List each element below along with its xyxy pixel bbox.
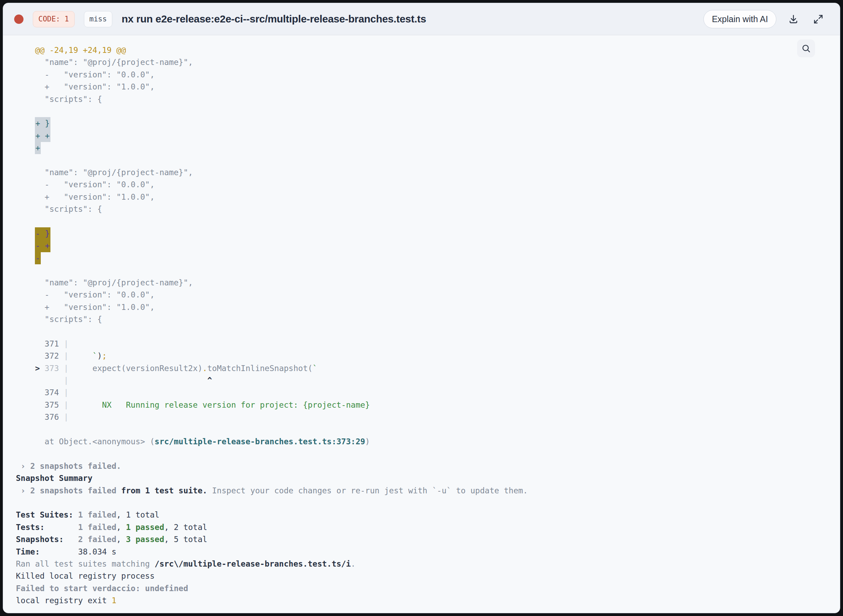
log-segment: ) [365, 437, 370, 446]
log-segment: ^ [68, 376, 212, 385]
log-segment: , [116, 535, 126, 544]
log-segment: - + [35, 239, 50, 252]
log-segment: 372 [16, 351, 64, 360]
log-segment: | [64, 351, 68, 360]
log-segment: 375 [16, 400, 64, 409]
log-segment: > [16, 364, 45, 373]
log-segment: 38.034 s [78, 547, 116, 556]
log-segment: at Object.<anonymous> ( [16, 437, 155, 446]
terminal-log[interactable]: @@ -24,19 +24,19 @@ "name": "@proj/{proj… [3, 35, 840, 613]
log-segment: | [16, 376, 68, 385]
log-segment: ; [102, 351, 107, 360]
cache-miss-badge: miss [84, 11, 113, 27]
log-segment: | [64, 388, 68, 397]
log-segment: Inspect your code changes or re-run jest… [207, 486, 528, 495]
log-segment: Killed local registry process [16, 571, 155, 581]
log-segment: @@ -24,19 +24,19 @@ [16, 45, 126, 54]
log-segment: , 5 total [164, 535, 207, 544]
search-icon [801, 44, 811, 54]
log-segment: expect(versionResult2x) [68, 364, 202, 373]
log-segment: "name": "@proj/{project-name}", [16, 168, 193, 177]
task-title: nx run e2e-release:e2e-ci--src/multiple-… [122, 13, 694, 25]
log-segment: , [116, 523, 126, 532]
search-log-button[interactable] [797, 40, 815, 57]
log-segment: + "version": "1.0.0", [16, 303, 155, 312]
expand-icon [813, 14, 824, 25]
header: CODE: 1 miss nx run e2e-release:e2e-ci--… [3, 3, 840, 35]
log-segment [16, 242, 35, 251]
status-dot [14, 15, 23, 24]
log-segment: 2 failed [78, 535, 116, 544]
log-segment [16, 254, 35, 263]
log-segment: "scripts": { [16, 205, 102, 214]
log-segment: Test Suites: [16, 510, 78, 519]
log-segment: . [351, 559, 356, 568]
log-segment: NX Running release version for project: … [68, 400, 370, 409]
log-segment: 373 [45, 364, 64, 373]
exit-code-badge: CODE: 1 [33, 11, 75, 27]
log-segment: | [64, 400, 68, 409]
log-segment [16, 229, 35, 238]
log-segment: › 2 snapshots failed [16, 486, 116, 495]
log-segment [16, 144, 35, 153]
download-icon [788, 14, 799, 25]
log-segment: Ran all test suites matching [16, 559, 155, 568]
log-segment: | [64, 339, 68, 348]
log-segment: , 1 total [116, 510, 160, 519]
download-log-button[interactable] [785, 11, 801, 27]
fullscreen-button[interactable] [810, 11, 826, 27]
log-segment: - "version": "0.0.0", [16, 70, 155, 79]
log-segment: › 2 snapshots failed. [16, 462, 121, 471]
log-segment: | [64, 364, 68, 373]
log-segment [16, 131, 35, 140]
log-segment: 371 [16, 339, 64, 348]
log-segment: - [35, 252, 41, 264]
log-segment: , 2 total [164, 523, 207, 532]
log-segment: "name": "@proj/{project-name}", [16, 58, 193, 67]
log-segment: ) [97, 351, 102, 360]
log-segment [68, 351, 92, 360]
log-segment: from 1 test suite. [116, 486, 207, 495]
log-segment: - "version": "0.0.0", [16, 290, 155, 299]
log-segment: 1 failed [78, 510, 116, 519]
log-segment: + "version": "1.0.0", [16, 82, 155, 91]
log-segment: 376 [16, 412, 64, 421]
log-segment: 3 passed [126, 535, 164, 544]
log-segment: ` [313, 364, 318, 373]
log-segment: - "version": "0.0.0", [16, 180, 155, 189]
log-segment: local registry exit [16, 596, 111, 605]
log-segment: | [64, 412, 68, 421]
log-segment: 1 failed [78, 523, 116, 532]
header-actions: Explain with AI [704, 10, 826, 28]
log-segment: + [35, 142, 41, 154]
log-segment: Snapshot Summary [16, 474, 92, 483]
log-segment: . [202, 364, 207, 373]
log-segment: "scripts": { [16, 95, 102, 104]
log-segment: 1 [111, 596, 116, 605]
log-segment: Tests: [16, 523, 78, 532]
log-segment: Failed to start verdaccio: undefined [16, 584, 188, 593]
log-segment: src/multiple-release-branches.test.ts:37… [155, 437, 365, 446]
explain-with-ai-button[interactable]: Explain with AI [704, 10, 776, 28]
log-segment: "name": "@proj/{project-name}", [16, 278, 193, 287]
terminal-panel: @@ -24,19 +24,19 @@ "name": "@proj/{proj… [3, 35, 840, 613]
log-segment [16, 119, 35, 128]
log-segment: "scripts": { [16, 315, 102, 324]
log-segment: - } [35, 227, 50, 240]
log-segment: Snapshots: [16, 535, 78, 544]
log-segment: + + [35, 129, 50, 142]
log-segment: + } [35, 117, 50, 129]
log-segment: Time: [16, 547, 78, 556]
log-segment: + "version": "1.0.0", [16, 192, 155, 201]
log-segment: /src\/multiple-release-branches.test.ts/… [155, 559, 351, 568]
log-segment: 374 [16, 388, 64, 397]
log-segment: ` [92, 351, 97, 360]
task-output-window: CODE: 1 miss nx run e2e-release:e2e-ci--… [3, 3, 840, 613]
log-segment: toMatchInlineSnapshot( [207, 364, 313, 373]
log-segment: 1 passed [126, 523, 164, 532]
